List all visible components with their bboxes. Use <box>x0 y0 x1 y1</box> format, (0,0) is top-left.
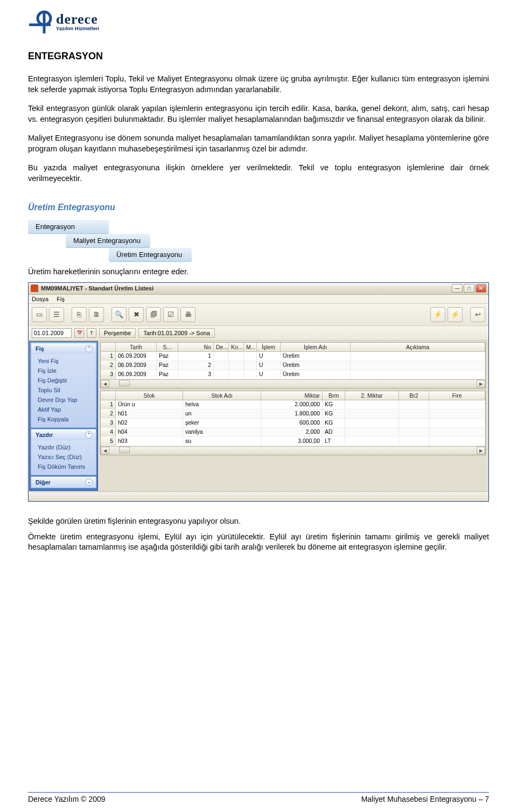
breadcrumb-item: Maliyet Entegrasyonu <box>66 234 150 248</box>
app-window: MM09MALIYET - Standart Üretim Listesi — … <box>28 282 489 502</box>
toolbar-check-icon[interactable]: ☑ <box>163 307 178 322</box>
scroll-thumb[interactable] <box>119 380 130 386</box>
scroll-right-icon[interactable]: ▶ <box>477 447 485 454</box>
panel-item[interactable]: Toplu Sil <box>31 385 96 395</box>
toolbar-bolt2-icon[interactable]: ⚡ <box>448 307 463 322</box>
toolbar-doc-icon[interactable]: 🗎 <box>89 307 104 322</box>
date-picker-button[interactable]: 📅 <box>74 328 84 338</box>
page-footer: Derece Yazılım © 2009 Maliyet Muhasebesi… <box>28 792 489 803</box>
window-title: MM09MALIYET - Standart Üretim Listesi <box>41 285 452 292</box>
table-row[interactable]: 4h04vanilya2,000AD <box>101 428 485 437</box>
footer-right: Maliyet Muhasebesi Entegrasyonu – 7 <box>361 795 489 803</box>
col-header[interactable]: Stok Adı <box>183 391 261 400</box>
brand-name: derece <box>56 13 99 25</box>
filter-bar: 📅 T Perşembe Tarih:01.01.2009 -> Sona <box>29 326 488 341</box>
panel-item[interactable]: Yeni Fiş <box>31 356 96 366</box>
panel-title: Fiş <box>36 345 44 352</box>
toolbar-list-icon[interactable]: ☰ <box>49 307 64 322</box>
title-bar: MM09MALIYET - Standart Üretim Listesi — … <box>29 283 488 295</box>
toolbar-copy-icon[interactable]: ⎘ <box>72 307 87 322</box>
body-paragraph: Bu yazıda maliyet entegrasyonuna ilişkin… <box>28 163 489 184</box>
logo-mark-icon <box>28 10 53 34</box>
horizontal-scrollbar[interactable]: ◀ ▶ <box>101 446 485 455</box>
caption-text: Üretim hareketlerinin sonuçlarını entegr… <box>28 267 489 276</box>
body-paragraph: Maliyet Entegrasyonu ise dönem sonunda m… <box>28 133 489 154</box>
app-icon <box>31 284 38 292</box>
date-input[interactable] <box>32 328 72 338</box>
menu-bar: Dosya Fiş <box>29 295 488 304</box>
toolbar-exit-icon[interactable]: ↩ <box>470 307 485 322</box>
menu-item-fis[interactable]: Fiş <box>57 296 65 302</box>
col-header[interactable]: Miktar <box>261 391 323 400</box>
body-paragraph: Örnekte üretim entegrasyonu işlemi, Eylü… <box>28 532 489 553</box>
scroll-left-icon[interactable]: ◀ <box>101 380 109 387</box>
toolbar-new-icon[interactable]: ▭ <box>32 307 47 322</box>
panel-item[interactable]: Fiş Değiştir <box>31 376 96 385</box>
col-header[interactable]: De... <box>214 343 229 351</box>
panel-title: Yazdır <box>36 432 53 438</box>
col-header[interactable]: Br2 <box>399 391 429 400</box>
table-row[interactable]: 1Ürün uhelva2.000,000KG <box>101 400 485 410</box>
col-header[interactable]: Brm <box>323 391 345 400</box>
panel-item[interactable]: Yazdır (Düz) <box>31 442 96 452</box>
brand-logo: derece Yazılım Hizmetleri <box>28 10 489 34</box>
chevron-down-icon: ⌄ <box>85 478 93 486</box>
col-header[interactable]: Açıklama <box>351 343 485 351</box>
panel-item[interactable]: Devre Dışı Yap <box>31 395 96 405</box>
col-header[interactable]: 2. Miktar <box>345 391 399 400</box>
toolbar-bolt-icon[interactable]: ⚡ <box>430 307 445 322</box>
panel-header-fis[interactable]: Fiş ⌃ <box>31 343 96 354</box>
scroll-thumb[interactable] <box>119 447 130 453</box>
col-header[interactable]: No <box>178 343 214 351</box>
panel-item[interactable]: Yazıcı Seç (Düz) <box>31 452 96 462</box>
breadcrumb-path: Entegrasyon Maliyet Entegrasyonu Üretim … <box>28 220 489 261</box>
toolbar-delete-icon[interactable]: ✖ <box>129 307 144 322</box>
col-header[interactable]: İşlem Adı <box>281 343 351 351</box>
day-label: Perşembe <box>99 328 136 338</box>
toolbar-print-icon[interactable]: 🖶 <box>180 307 195 322</box>
col-header[interactable]: Tarih <box>116 343 157 351</box>
panel-header-yazdir[interactable]: Yazdır ⌃ <box>31 429 96 440</box>
section-subheading: Üretim Entegrasyonu <box>28 203 489 212</box>
body-paragraph: Entegrasyon işlemleri Toplu, Tekil ve Ma… <box>28 74 489 95</box>
panel-item[interactable]: Fiş Döküm Tanımı <box>31 462 96 471</box>
maximize-button[interactable]: □ <box>464 284 474 293</box>
close-button[interactable]: ✕ <box>476 284 486 293</box>
toolbar-search-icon[interactable]: 🔍 <box>111 307 127 322</box>
col-header[interactable]: Ko... <box>229 343 244 351</box>
table-row[interactable]: 2h01un1.800,000KG <box>101 410 485 419</box>
horizontal-scrollbar[interactable]: ◀ ▶ <box>101 379 485 388</box>
status-bar <box>29 491 488 501</box>
panel-item[interactable]: Aktif Yap <box>31 405 96 414</box>
side-panel: Fiş ⌃ Yeni Fiş Fiş İzle Fiş Değiştir Top… <box>29 341 98 491</box>
t-button[interactable]: T <box>87 328 96 338</box>
table-row[interactable]: 206.09.2009Paz2UÜretim <box>101 361 485 370</box>
chevron-up-icon: ⌃ <box>85 345 93 352</box>
toolbar-page-icon[interactable]: 🗐 <box>146 307 161 322</box>
col-header[interactable]: M... <box>244 343 257 351</box>
body-paragraph: Şekilde görülen üretim fişlerinin entegr… <box>28 517 489 525</box>
col-header[interactable]: İşlem <box>257 343 281 351</box>
scroll-right-icon[interactable]: ▶ <box>477 380 485 387</box>
table-row[interactable]: 3h02şeker600,000KG <box>101 419 485 428</box>
grid-stok-list[interactable]: Stok Stok Adı Miktar Brm 2. Miktar Br2 F… <box>100 391 486 455</box>
table-row[interactable]: 106.09.2009Paz1UÜretim <box>101 352 485 361</box>
grid-fis-list[interactable]: Tarih S... No De... Ko... M... İşlem İşl… <box>100 342 486 388</box>
panel-header-diger[interactable]: Diğer ⌄ <box>31 477 96 488</box>
page-heading: ENTEGRASYON <box>28 51 489 62</box>
table-row[interactable]: 5h03su3.000,00LT <box>101 437 485 446</box>
menu-item-dosya[interactable]: Dosya <box>32 296 48 302</box>
minimize-button[interactable]: — <box>452 284 463 293</box>
panel-item[interactable]: Fiş Kopyala <box>31 414 96 424</box>
table-row[interactable]: 306.09.2009Paz3UÜretim <box>101 370 485 379</box>
scroll-left-icon[interactable]: ◀ <box>101 447 109 454</box>
panel-item[interactable]: Fiş İzle <box>31 366 96 376</box>
panel-title: Diğer <box>36 479 51 485</box>
body-paragraph: Tekil entegrasyon günlük olarak yapılan … <box>28 103 489 124</box>
col-header[interactable]: Stok <box>116 391 183 400</box>
col-header[interactable]: Fire <box>429 391 485 400</box>
breadcrumb-item: Entegrasyon <box>28 220 109 234</box>
col-header[interactable]: S... <box>157 343 178 351</box>
chevron-up-icon: ⌃ <box>85 431 93 439</box>
footer-left: Derece Yazılım © 2009 <box>28 795 106 803</box>
